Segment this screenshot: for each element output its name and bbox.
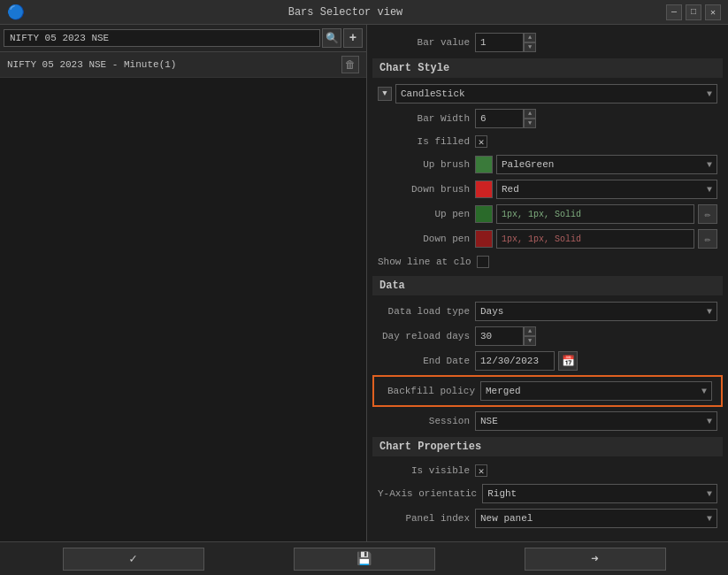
down-pen-value: 1px, 1px, Solid [502, 234, 581, 244]
chart-style-collapse-row: ▼ CandleStick ▼ [372, 81, 723, 106]
bar-value-input[interactable] [475, 33, 524, 52]
up-pen-field: 1px, 1px, Solid ✏ [475, 204, 717, 224]
down-brush-row: Down brush Red ▼ [372, 177, 723, 202]
down-brush-field: Red ▼ [475, 180, 717, 199]
up-brush-dropdown[interactable]: PaleGreen ▼ [496, 155, 717, 174]
down-pen-edit-button[interactable]: ✏ [698, 229, 717, 249]
chart-style-arrow-icon: ▼ [707, 89, 712, 99]
down-pen-value-field: 1px, 1px, Solid [496, 229, 694, 249]
day-reload-down[interactable]: ▼ [524, 336, 536, 346]
bar-width-row: Bar Width ▲ ▼ [372, 106, 723, 131]
chart-style-dropdown[interactable]: CandleStick ▼ [395, 84, 717, 104]
panel-index-dropdown[interactable]: New panel ▼ [475, 509, 717, 528]
search-input[interactable] [4, 29, 320, 47]
down-brush-dropdown[interactable]: Red ▼ [496, 180, 717, 199]
up-brush-row: Up brush PaleGreen ▼ [372, 152, 723, 177]
session-arrow-icon: ▼ [707, 417, 712, 426]
is-visible-label: Is visible [378, 465, 475, 476]
data-load-type-dropdown[interactable]: Days ▼ [475, 302, 717, 321]
save-icon: 💾 [356, 551, 372, 566]
save-button[interactable]: 💾 [294, 548, 435, 571]
backfill-policy-dropdown[interactable]: Merged ▼ [480, 381, 712, 401]
bar-width-spinner: ▲ ▼ [475, 109, 536, 128]
bar-value-field: ▲ ▼ [475, 33, 717, 52]
is-visible-checkbox[interactable]: ✕ [475, 464, 487, 477]
bar-value-down[interactable]: ▼ [524, 42, 536, 52]
bar-value-label: Bar value [378, 37, 475, 48]
right-panel: Bar value ▲ ▼ Chart Style ▼ CandleStick … [367, 25, 728, 575]
series-label: NIFTY 05 2023 NSE - Minute(1) [7, 59, 176, 70]
show-line-checkbox[interactable] [477, 256, 489, 268]
left-content-area [0, 78, 366, 575]
search-bar: 🔍 + [0, 25, 366, 52]
bar-width-field: ▲ ▼ [475, 109, 717, 128]
main-layout: 🔍 + NIFTY 05 2023 NSE - Minute(1) 🗑 Bar … [0, 25, 728, 575]
collapse-arrow-button[interactable]: ▼ [378, 87, 392, 101]
add-button[interactable]: + [343, 28, 363, 48]
session-dropdown[interactable]: NSE ▼ [475, 411, 717, 431]
up-pen-value: 1px, 1px, Solid [502, 210, 581, 219]
panel-index-arrow-icon: ▼ [707, 514, 712, 524]
end-date-input[interactable] [475, 351, 555, 371]
show-line-label: Show line at clo [378, 257, 477, 267]
minimize-button[interactable]: — [666, 4, 682, 20]
down-pen-swatch[interactable] [475, 230, 493, 248]
title-bar: 🔵 Bars Selector view — □ ✕ [0, 0, 728, 25]
left-panel: 🔍 + NIFTY 05 2023 NSE - Minute(1) 🗑 [0, 25, 367, 575]
close-button[interactable]: ✕ [705, 4, 721, 20]
confirm-icon: ✓ [129, 551, 136, 566]
session-label: Session [378, 416, 475, 426]
is-filled-row: Is filled ✕ [372, 131, 723, 152]
data-section-header: Data [372, 276, 723, 295]
up-pen-edit-button[interactable]: ✏ [698, 204, 717, 224]
down-pen-label: Down pen [378, 234, 475, 244]
is-filled-field: ✕ [475, 135, 717, 148]
show-line-row: Show line at clo [372, 251, 723, 272]
session-field: NSE ▼ [475, 411, 717, 431]
maximize-button[interactable]: □ [686, 4, 701, 20]
day-reload-days-input[interactable] [475, 326, 524, 346]
backfill-policy-value: Merged [486, 386, 521, 396]
day-reload-days-spinner: ▲ ▼ [475, 326, 536, 346]
up-pen-row: Up pen 1px, 1px, Solid ✏ [372, 202, 723, 226]
down-pen-field: 1px, 1px, Solid ✏ [475, 229, 717, 249]
session-value: NSE [480, 416, 498, 426]
down-brush-arrow-icon: ▼ [707, 185, 712, 195]
data-load-type-value: Days [480, 306, 503, 317]
down-brush-name: Red [502, 184, 519, 195]
backfill-policy-row: Backfill policy Merged ▼ [378, 379, 717, 403]
down-pen-row: Down pen 1px, 1px, Solid ✏ [372, 226, 723, 251]
y-axis-arrow-icon: ▼ [707, 489, 712, 499]
confirm-button[interactable]: ✓ [63, 548, 204, 571]
bar-value-up[interactable]: ▲ [524, 33, 536, 42]
up-brush-label: Up brush [378, 159, 475, 170]
day-reload-days-row: Day reload days ▲ ▼ [372, 324, 723, 349]
down-brush-swatch[interactable] [475, 180, 493, 198]
day-reload-up[interactable]: ▲ [524, 326, 536, 336]
window-icon: 🔵 [7, 4, 25, 21]
bar-width-up[interactable]: ▲ [524, 109, 536, 119]
up-brush-swatch[interactable] [475, 156, 493, 173]
down-brush-label: Down brush [378, 184, 475, 195]
delete-series-button[interactable]: 🗑 [341, 56, 359, 73]
end-date-label: End Date [378, 356, 475, 366]
bar-value-spinner: ▲ ▼ [475, 33, 536, 52]
end-date-row: End Date 📅 [372, 349, 723, 373]
search-button[interactable]: 🔍 [322, 28, 341, 48]
bar-width-down[interactable]: ▼ [524, 119, 536, 128]
y-axis-dropdown[interactable]: Right ▼ [482, 484, 717, 503]
arrow-button[interactable]: ➜ [525, 548, 666, 571]
backfill-policy-row-highlighted: Backfill policy Merged ▼ [372, 375, 723, 407]
panel-index-row: Panel index New panel ▼ [372, 506, 723, 531]
chart-style-section-header: Chart Style [372, 58, 723, 78]
y-axis-field: Right ▼ [482, 484, 717, 503]
up-pen-swatch[interactable] [475, 205, 493, 223]
chart-style-value: CandleStick [401, 88, 465, 99]
bar-width-input[interactable] [475, 109, 524, 128]
is-filled-checkbox[interactable]: ✕ [475, 135, 487, 148]
up-brush-arrow-icon: ▼ [707, 160, 712, 170]
window-title: Bars Selector view [25, 6, 666, 19]
calendar-button[interactable]: 📅 [558, 351, 578, 371]
up-pen-label: Up pen [378, 209, 475, 219]
day-reload-days-label: Day reload days [378, 331, 475, 341]
